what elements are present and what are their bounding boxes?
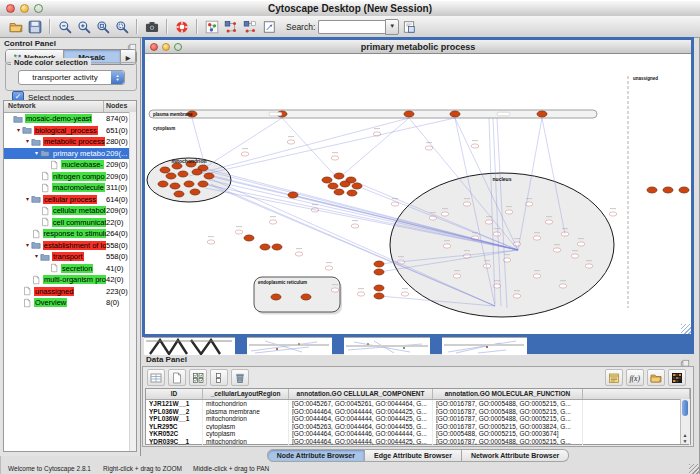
faint-node[interactable] xyxy=(533,274,541,278)
network-node[interactable] xyxy=(347,190,357,196)
faint-node[interactable] xyxy=(331,156,339,160)
faint-node[interactable] xyxy=(269,220,277,224)
network-edge[interactable] xyxy=(189,118,409,176)
attribute-table-header[interactable]: ID_cellularLayoutRegionannotation.GO CEL… xyxy=(146,389,690,400)
table-row[interactable]: YPL036W__1mitochondrion[GO:0044464, GO:0… xyxy=(146,415,690,423)
network-node[interactable] xyxy=(404,111,414,117)
tree-row[interactable]: multi-organism pro42(0) xyxy=(4,274,136,286)
tree-row[interactable]: mosaic-demo-yeast874(0) xyxy=(4,113,136,125)
zoom-region-button[interactable] xyxy=(112,17,131,36)
tree-row[interactable]: nucleobase-209(0) xyxy=(4,159,136,171)
expander-icon[interactable]: ▾ xyxy=(33,150,40,157)
network-node[interactable] xyxy=(166,173,176,179)
create-attribute-button[interactable] xyxy=(168,369,186,386)
column-header[interactable]: annotation.GO CELLULAR_COMPONENT xyxy=(289,389,433,399)
faint-node[interactable] xyxy=(453,274,461,278)
faint-node[interactable] xyxy=(241,152,249,156)
faint-node[interactable] xyxy=(425,146,433,150)
network-node[interactable] xyxy=(334,173,344,179)
network-node[interactable] xyxy=(190,189,200,195)
select-attributes-button[interactable] xyxy=(147,369,165,386)
table-row[interactable]: YDR039C__1mitochondrion[GO:0044464, GO:0… xyxy=(146,438,690,446)
background-window-fragment[interactable] xyxy=(344,337,430,355)
faint-node[interactable] xyxy=(609,212,617,216)
batch-select-button[interactable] xyxy=(189,369,207,386)
tab-network-attribute-browser[interactable]: Network Attribute Browser xyxy=(462,449,569,462)
search-options-button[interactable] xyxy=(399,17,418,36)
annotation-button[interactable] xyxy=(259,17,278,36)
tree-row[interactable]: ▾establishment of lo558(0) xyxy=(4,240,136,252)
network-node[interactable] xyxy=(537,111,547,117)
delete-attribute-button[interactable] xyxy=(231,369,249,386)
network-node[interactable] xyxy=(244,235,254,241)
network-node[interactable] xyxy=(328,183,338,189)
faint-node[interactable] xyxy=(443,244,451,248)
faint-node[interactable] xyxy=(577,242,585,246)
network-node[interactable] xyxy=(374,293,384,299)
faint-node[interactable] xyxy=(287,140,295,144)
faint-node[interactable] xyxy=(585,264,593,268)
network-node[interactable] xyxy=(340,181,350,187)
label-button[interactable] xyxy=(605,369,623,386)
tree-row[interactable]: secretion41(0) xyxy=(4,263,136,275)
tree-row[interactable]: macromolecule311(0) xyxy=(4,182,136,194)
faint-node[interactable] xyxy=(207,240,215,244)
table-row[interactable]: YJR121W__1mitochondrion[GO:0045267, GO:0… xyxy=(146,400,690,408)
table-import-button[interactable] xyxy=(240,17,259,36)
region-plasma-membrane[interactable] xyxy=(149,110,597,118)
faint-node[interactable] xyxy=(493,232,501,236)
window-resize-grip[interactable] xyxy=(681,324,691,334)
save-button[interactable] xyxy=(25,17,44,36)
vizmapper-button[interactable] xyxy=(202,17,221,36)
help-button[interactable] xyxy=(172,17,191,36)
table-scrollbar[interactable]: ▲▼ xyxy=(680,399,690,444)
network-node[interactable] xyxy=(334,189,344,195)
search-dropdown-button[interactable]: ▼ xyxy=(385,19,399,35)
network-node[interactable] xyxy=(170,183,180,189)
network-node[interactable] xyxy=(174,191,184,197)
background-window-fragment[interactable] xyxy=(247,337,332,355)
tree-row[interactable]: Overview8(0) xyxy=(4,297,136,309)
network-node[interactable] xyxy=(679,187,689,193)
tree-header-nodes[interactable]: Nodes xyxy=(104,101,136,112)
import-attributes-button[interactable] xyxy=(647,369,665,386)
network-node[interactable] xyxy=(184,181,194,187)
faint-node[interactable] xyxy=(559,284,567,288)
tree-row[interactable]: unassigned223(0) xyxy=(4,286,136,298)
node-color-dropdown[interactable]: transporter activity ▲▼ xyxy=(18,70,125,85)
faint-node[interactable] xyxy=(545,220,553,224)
background-window-fragment[interactable] xyxy=(442,337,527,355)
tree-header[interactable]: Network Nodes xyxy=(4,101,136,113)
faint-node[interactable] xyxy=(295,252,303,256)
network-node[interactable] xyxy=(178,171,188,177)
faint-node[interactable] xyxy=(325,266,333,270)
background-window-fragment[interactable] xyxy=(144,337,235,355)
expander-icon[interactable]: ▾ xyxy=(33,253,40,260)
tree-header-network[interactable]: Network xyxy=(4,101,104,112)
network-window-titlebar[interactable]: primary metabolic process xyxy=(145,40,691,54)
faint-node[interactable] xyxy=(533,236,541,240)
zoom-in-button[interactable] xyxy=(74,17,93,36)
snapshot-button[interactable] xyxy=(142,17,161,36)
faint-node[interactable] xyxy=(471,144,479,148)
network-edge[interactable] xyxy=(205,118,455,174)
tree-row[interactable]: ▾biological_process651(0) xyxy=(4,125,136,137)
tree-row[interactable]: ▾transport558(0) xyxy=(4,251,136,263)
matrix-button[interactable] xyxy=(668,369,686,386)
expander-icon[interactable]: ▾ xyxy=(15,127,22,134)
tree-row[interactable]: ▾metabolic process280(0) xyxy=(4,136,136,148)
network-node[interactable] xyxy=(158,181,168,187)
network-canvas[interactable]: plasma membranecytoplasmmitochondrionnuc… xyxy=(145,54,691,334)
tab-edge-attribute-browser[interactable]: Edge Attribute Browser xyxy=(365,449,462,462)
faint-node[interactable] xyxy=(513,294,521,298)
faint-node[interactable] xyxy=(485,220,493,224)
search-input[interactable] xyxy=(318,20,385,34)
network-node[interactable] xyxy=(322,177,332,183)
faint-node[interactable] xyxy=(351,224,359,228)
column-header[interactable]: ID xyxy=(146,389,203,399)
tree-row[interactable]: nitrogen compo209(0) xyxy=(4,171,136,183)
faint-node[interactable] xyxy=(235,230,243,234)
tree-row[interactable]: ▾primary metabo209(... xyxy=(4,148,136,160)
network-node[interactable] xyxy=(204,173,214,179)
faint-node[interactable] xyxy=(441,212,449,216)
